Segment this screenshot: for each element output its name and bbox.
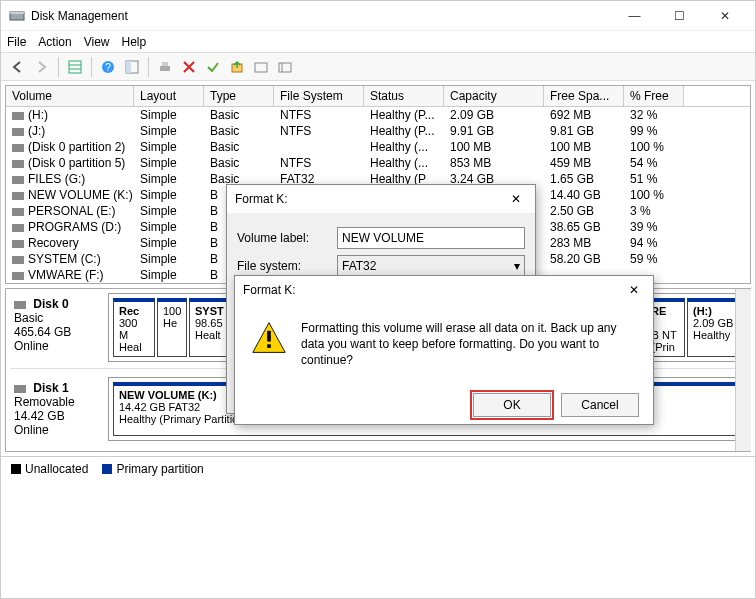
svg-rect-9	[160, 66, 170, 71]
close-button[interactable]: ✕	[702, 2, 747, 30]
col-volume[interactable]: Volume	[6, 86, 134, 106]
svg-rect-13	[279, 63, 291, 72]
col-type[interactable]: Type	[204, 86, 274, 106]
app-icon	[9, 8, 25, 24]
confirm-dialog-title: Format K:	[243, 283, 623, 297]
menu-action[interactable]: Action	[38, 35, 71, 49]
svg-rect-2	[69, 61, 81, 73]
window-titlebar: Disk Management — ☐ ✕	[1, 1, 755, 31]
menu-bar: File Action View Help	[1, 31, 755, 53]
col-capacity[interactable]: Capacity	[444, 86, 544, 106]
svg-rect-16	[267, 331, 271, 342]
settings-icon[interactable]	[250, 56, 272, 78]
vertical-scrollbar[interactable]	[735, 289, 751, 451]
svg-text:?: ?	[105, 62, 111, 73]
chevron-down-icon: ▾	[514, 259, 520, 273]
disk1-label: Disk 1 Removable 14.42 GB Online	[10, 377, 100, 441]
maximize-button[interactable]: ☐	[657, 2, 702, 30]
menu-help[interactable]: Help	[122, 35, 147, 49]
legend-primary: Primary partition	[116, 462, 203, 476]
view-icon[interactable]	[121, 56, 143, 78]
file-system-label: File system:	[237, 259, 337, 273]
col-status[interactable]: Status	[364, 86, 444, 106]
menu-file[interactable]: File	[7, 35, 26, 49]
svg-rect-17	[267, 344, 271, 348]
partition[interactable]: (H:)2.09 GBHealthy	[687, 298, 741, 357]
help-icon[interactable]: ?	[97, 56, 119, 78]
confirm-message: Formatting this volume will erase all da…	[301, 320, 637, 369]
view-list-icon[interactable]	[64, 56, 86, 78]
delete-icon[interactable]	[178, 56, 200, 78]
table-row[interactable]: (J:)SimpleBasicNTFSHealthy (P...9.91 GB9…	[6, 123, 750, 139]
disk0-label: Disk 0 Basic 465.64 GB Online	[10, 293, 100, 362]
confirm-dialog-close-icon[interactable]: ✕	[623, 283, 645, 297]
col-free[interactable]: Free Spa...	[544, 86, 624, 106]
table-row[interactable]: (Disk 0 partition 2)SimpleBasicHealthy (…	[6, 139, 750, 155]
col-filesystem[interactable]: File System	[274, 86, 364, 106]
table-row[interactable]: (H:)SimpleBasicNTFSHealthy (P...2.09 GB6…	[6, 107, 750, 123]
svg-rect-1	[10, 12, 24, 14]
confirm-dialog: Format K: ✕ Formatting this volume will …	[234, 275, 654, 425]
warning-icon	[251, 320, 287, 369]
svg-rect-10	[162, 62, 168, 66]
toolbar: ?	[1, 53, 755, 81]
confirm-dialog-titlebar: Format K: ✕	[235, 276, 653, 304]
legend-unallocated: Unallocated	[25, 462, 88, 476]
svg-rect-8	[126, 61, 131, 73]
partition[interactable]: Rec300 MHeal	[113, 298, 155, 357]
svg-rect-12	[255, 63, 267, 72]
check-icon[interactable]	[202, 56, 224, 78]
volume-list-header: Volume Layout Type File System Status Ca…	[6, 86, 750, 107]
window-title: Disk Management	[31, 9, 612, 23]
format-dialog-title: Format K:	[235, 192, 505, 206]
cancel-button[interactable]: Cancel	[561, 393, 639, 417]
volume-label-input[interactable]	[337, 227, 525, 249]
format-dialog-close-icon[interactable]: ✕	[505, 192, 527, 206]
partition[interactable]: 100He	[157, 298, 187, 357]
legend: Unallocated Primary partition	[1, 456, 755, 480]
table-row[interactable]: (Disk 0 partition 5)SimpleBasicNTFSHealt…	[6, 155, 750, 171]
disk-icon	[14, 301, 26, 309]
file-system-select[interactable]: FAT32 ▾	[337, 255, 525, 277]
volume-label-label: Volume label:	[237, 231, 337, 245]
properties-icon[interactable]	[154, 56, 176, 78]
minimize-button[interactable]: —	[612, 2, 657, 30]
col-layout[interactable]: Layout	[134, 86, 204, 106]
action-icon[interactable]	[226, 56, 248, 78]
ok-button[interactable]: OK	[473, 393, 551, 417]
back-button[interactable]	[7, 56, 29, 78]
col-pctfree[interactable]: % Free	[624, 86, 684, 106]
menu-view[interactable]: View	[84, 35, 110, 49]
format-dialog-titlebar: Format K: ✕	[227, 185, 535, 213]
disk-icon	[14, 385, 26, 393]
list-icon[interactable]	[274, 56, 296, 78]
forward-button[interactable]	[31, 56, 53, 78]
